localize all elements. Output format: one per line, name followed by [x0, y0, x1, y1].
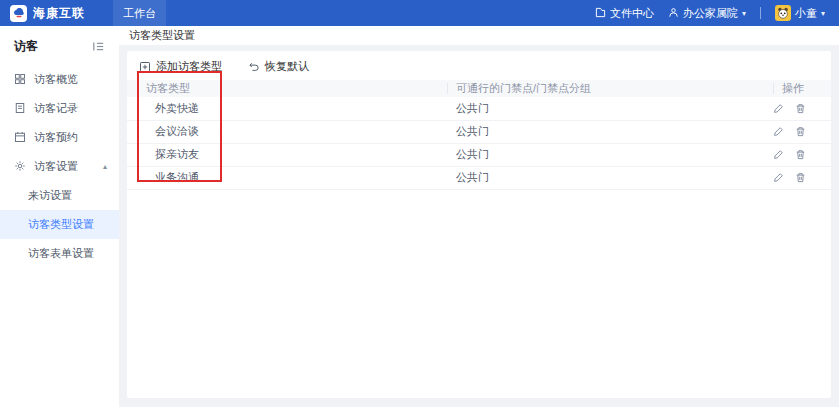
toolbar: 添加访客类型 恢复默认 — [127, 51, 831, 80]
records-icon — [14, 102, 26, 116]
table-row: 探亲访友 公共门 — [127, 143, 831, 166]
sidebar-item-visitor-settings[interactable]: 访客设置 ▴ — [0, 152, 119, 181]
table-header-row: 访客类型 可通行的门禁点/门禁点分组 操作 — [127, 80, 831, 97]
file-center-label: 文件中心 — [610, 6, 654, 21]
restore-default-label: 恢复默认 — [265, 59, 309, 74]
org-switcher[interactable]: 办公家属院 ▾ — [668, 6, 746, 21]
add-icon — [139, 61, 151, 73]
door-cell: 公共门 — [447, 166, 773, 189]
brand-name: 海康互联 — [33, 5, 85, 22]
content-card: 添加访客类型 恢复默认 访客类型 可通行的门禁点/门禁点分组 — [127, 51, 831, 398]
page-title: 访客类型设置 — [119, 26, 839, 45]
undo-icon — [248, 61, 260, 73]
sidebar-item-label: 访客记录 — [34, 101, 109, 116]
sidebar-subitem-visit-settings[interactable]: 来访设置 — [0, 181, 119, 210]
avatar — [775, 5, 791, 21]
app-window: 海康互联 工作台 文件中心 办公家属院 ▾ — [0, 0, 839, 407]
topbar: 海康互联 工作台 文件中心 办公家属院 ▾ — [0, 0, 839, 26]
visitor-type-cell: 外卖快递 — [127, 97, 447, 120]
sidebar-subitem-visitor-type-settings[interactable]: 访客类型设置 — [0, 210, 119, 239]
sidebar: 访客 访客概览 访客记录 访客 — [0, 26, 119, 407]
chevron-up-icon: ▴ — [103, 162, 107, 171]
table-row: 外卖快递 公共门 — [127, 97, 831, 120]
user-name: 小童 — [795, 6, 817, 21]
file-center-button[interactable]: 文件中心 — [595, 6, 654, 21]
sidebar-item-label: 访客概览 — [34, 72, 109, 87]
sidebar-subitem-visitor-form-settings[interactable]: 访客表单设置 — [0, 239, 119, 268]
overview-icon — [14, 73, 26, 87]
sidebar-header: 访客 — [0, 32, 119, 65]
topbar-right: 文件中心 办公家属院 ▾ — [595, 5, 839, 21]
content-area: 访客类型设置 添加访客类型 恢复默认 — [119, 26, 839, 407]
calendar-icon — [14, 131, 26, 145]
door-cell: 公共门 — [447, 120, 773, 143]
add-visitor-type-label: 添加访客类型 — [156, 59, 222, 74]
add-visitor-type-button[interactable]: 添加访客类型 — [139, 59, 222, 74]
visitor-type-cell: 业务沟通 — [127, 166, 447, 189]
edit-icon[interactable] — [773, 126, 784, 137]
person-icon — [668, 7, 679, 20]
file-icon — [595, 7, 606, 20]
column-visitor-type: 访客类型 — [127, 80, 447, 97]
delete-icon[interactable] — [795, 172, 806, 183]
door-cell: 公共门 — [447, 143, 773, 166]
brand-logo-icon — [10, 5, 27, 22]
org-name: 办公家属院 — [683, 6, 738, 21]
visitor-type-table: 访客类型 可通行的门禁点/门禁点分组 操作 外卖快递 公共门 — [127, 80, 831, 190]
sidebar-item-label: 访客设置 — [34, 159, 95, 174]
chevron-down-icon: ▾ — [742, 9, 746, 18]
sidebar-item-label: 访客预约 — [34, 130, 109, 145]
sidebar-title: 访客 — [14, 38, 38, 55]
delete-icon[interactable] — [795, 149, 806, 160]
edit-icon[interactable] — [773, 149, 784, 160]
column-actions: 操作 — [773, 80, 831, 97]
delete-icon[interactable] — [795, 103, 806, 114]
edit-icon[interactable] — [773, 103, 784, 114]
chevron-down-icon: ▾ — [821, 9, 825, 18]
edit-icon[interactable] — [773, 172, 784, 183]
door-cell: 公共门 — [447, 97, 773, 120]
main-layout: 访客 访客概览 访客记录 访客 — [0, 26, 839, 407]
sidebar-collapse-icon[interactable] — [92, 41, 105, 52]
column-access-doors: 可通行的门禁点/门禁点分组 — [447, 80, 773, 97]
sidebar-item-visitor-records[interactable]: 访客记录 — [0, 94, 119, 123]
visitor-type-cell: 探亲访友 — [127, 143, 447, 166]
table-row: 会议洽谈 公共门 — [127, 120, 831, 143]
restore-default-button[interactable]: 恢复默认 — [248, 59, 309, 74]
tab-workbench[interactable]: 工作台 — [113, 0, 166, 26]
delete-icon[interactable] — [795, 126, 806, 137]
sidebar-item-visitor-appointment[interactable]: 访客预约 — [0, 123, 119, 152]
visitor-type-cell: 会议洽谈 — [127, 120, 447, 143]
topbar-divider — [760, 7, 761, 19]
table-row: 业务沟通 公共门 — [127, 166, 831, 189]
sidebar-item-visitor-overview[interactable]: 访客概览 — [0, 65, 119, 94]
settings-icon — [14, 160, 26, 174]
user-menu[interactable]: 小童 ▾ — [775, 5, 825, 21]
